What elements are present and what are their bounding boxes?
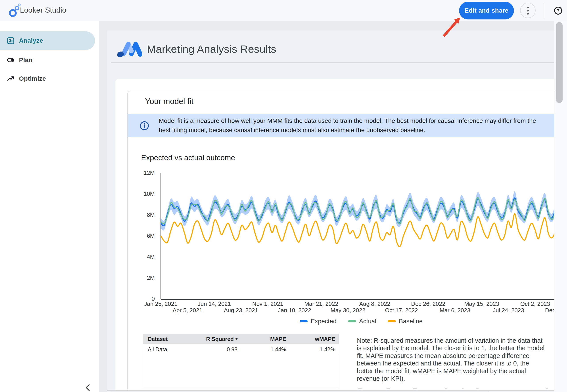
app-header: Looker Studio Edit and share ? bbox=[0, 0, 567, 21]
collapse-sidebar-chevron[interactable] bbox=[83, 383, 93, 392]
sidebar-item-optimize[interactable]: Optimize bbox=[0, 69, 95, 88]
svg-text:Aug 8, 2022: Aug 8, 2022 bbox=[359, 301, 390, 307]
horizontal-scrollbar[interactable] bbox=[107, 390, 567, 392]
svg-text:Mar 21, 2022: Mar 21, 2022 bbox=[304, 301, 338, 307]
svg-text:6M: 6M bbox=[147, 232, 155, 239]
svg-text:Oct 2, 2023: Oct 2, 2023 bbox=[520, 301, 550, 307]
sidebar: Analyze Plan Optimize bbox=[0, 21, 99, 392]
vertical-scrollbar[interactable] bbox=[554, 21, 567, 392]
header-divider bbox=[544, 3, 544, 19]
svg-text:Nov 1, 2021: Nov 1, 2021 bbox=[252, 301, 283, 307]
svg-text:Apr 5, 2021: Apr 5, 2021 bbox=[173, 307, 202, 314]
svg-text:8M: 8M bbox=[147, 211, 155, 218]
svg-text:Jan 10, 2022: Jan 10, 2022 bbox=[278, 307, 311, 314]
app-title: Looker Studio bbox=[20, 6, 66, 14]
svg-text:Mar 6, 2023: Mar 6, 2023 bbox=[440, 307, 470, 314]
svg-text:Jun 14, 2021: Jun 14, 2021 bbox=[198, 301, 231, 307]
looker-studio-logo bbox=[4, 2, 22, 19]
svg-text:Jul 24, 2023: Jul 24, 2023 bbox=[493, 307, 524, 314]
svg-text:Jan 25, 2021: Jan 25, 2021 bbox=[144, 301, 177, 307]
svg-text:2M: 2M bbox=[147, 274, 155, 281]
svg-text:?: ? bbox=[557, 8, 559, 14]
vertical-scrollbar-thumb[interactable] bbox=[556, 22, 563, 103]
svg-text:Oct 17, 2022: Oct 17, 2022 bbox=[385, 307, 418, 314]
sidebar-item-plan[interactable]: Plan bbox=[0, 51, 95, 69]
analytics-icon bbox=[7, 37, 14, 44]
looker-studio-window: Marketing Analysis Results Your model fi… bbox=[0, 0, 567, 392]
svg-text:4M: 4M bbox=[147, 253, 155, 260]
dot bbox=[527, 13, 529, 14]
svg-text:10M: 10M bbox=[144, 191, 155, 197]
help-icon[interactable]: ? bbox=[554, 6, 563, 15]
sidebar-item-analyze[interactable]: Analyze bbox=[0, 31, 95, 50]
svg-text:Dec 26, 2022: Dec 26, 2022 bbox=[411, 301, 445, 307]
dot bbox=[527, 10, 529, 12]
svg-text:12M: 12M bbox=[144, 169, 155, 176]
trending-up-icon bbox=[7, 75, 14, 82]
svg-text:May 30, 2022: May 30, 2022 bbox=[331, 307, 365, 314]
more-options-button[interactable] bbox=[520, 3, 536, 18]
svg-text:May 15, 2023: May 15, 2023 bbox=[464, 301, 499, 307]
red-annotation-arrow bbox=[440, 12, 467, 40]
toggle-icon bbox=[7, 56, 14, 64]
dot bbox=[527, 7, 529, 8]
svg-text:Aug 23, 2021: Aug 23, 2021 bbox=[224, 307, 258, 314]
